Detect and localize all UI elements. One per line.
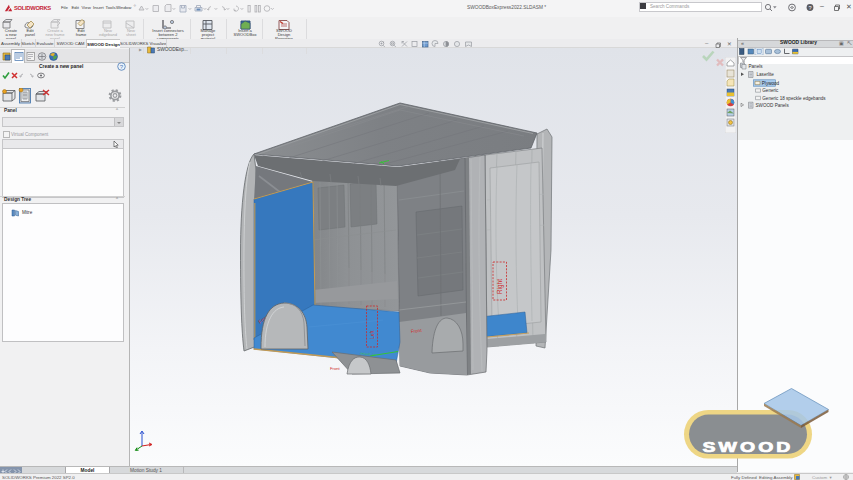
svg-text:Generic: Generic <box>762 88 779 93</box>
svg-text:Front: Front <box>330 366 341 371</box>
svg-text:Panels: Panels <box>749 64 764 69</box>
svg-text:Left: Left <box>369 330 375 339</box>
svg-text:?: ? <box>808 4 811 10</box>
svg-text:Plywood: Plywood <box>762 81 780 86</box>
svg-text:Right: Right <box>496 279 504 294</box>
svg-text:SWOOD: SWOOD <box>703 438 794 455</box>
svg-text:Laserlite: Laserlite <box>757 72 775 77</box>
svg-text:SWOOD Panels: SWOOD Panels <box>756 103 790 108</box>
svg-text:Generic 18 speckle edgebands: Generic 18 speckle edgebands <box>762 96 826 101</box>
